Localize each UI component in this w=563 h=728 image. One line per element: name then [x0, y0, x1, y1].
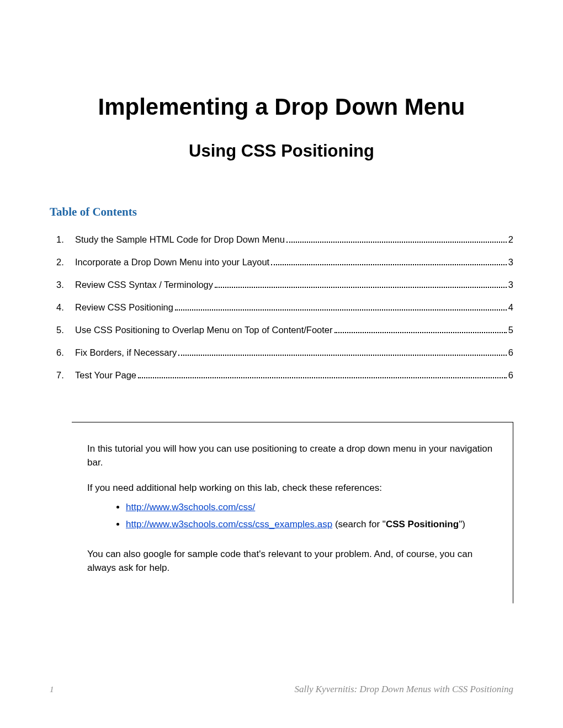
toc-leader — [334, 325, 507, 333]
toc-page: 3 — [508, 257, 513, 267]
footer-text: Sally Kyvernitis: Drop Down Menus with C… — [295, 684, 514, 695]
toc-leader — [175, 302, 507, 311]
toc-leader — [138, 370, 507, 378]
list-item: http://www.w3schools.com/css/css_example… — [126, 518, 497, 532]
toc-label: Incorporate a Drop Down Menu into your L… — [75, 257, 269, 267]
toc-label: Study the Sample HTML Code for Drop Down… — [75, 234, 285, 245]
page-number: 1 — [50, 685, 54, 694]
toc-number: 5. — [56, 325, 75, 335]
intro-paragraph: In this tutorial you will how you can us… — [87, 442, 497, 469]
toc-item[interactable]: 2. Incorporate a Drop Down Menu into you… — [50, 257, 513, 267]
bold-term: CSS Positioning — [386, 519, 459, 529]
toc-label: Review CSS Positioning — [75, 302, 173, 313]
reference-link[interactable]: http://www.w3schools.com/css/css_example… — [126, 519, 332, 529]
link-suffix: (search for " — [332, 519, 386, 529]
toc-leader — [271, 257, 507, 265]
toc-number: 2. — [56, 257, 75, 267]
toc-label: Test Your Page — [75, 370, 136, 381]
toc-item[interactable]: 6. Fix Borders, if Necessary 6 — [50, 347, 513, 358]
document-subtitle: Using CSS Positioning — [50, 141, 513, 161]
toc-label: Use CSS Positioning to Overlap Menu on T… — [75, 325, 333, 335]
link-suffix: ") — [459, 519, 465, 529]
toc-leader — [286, 234, 507, 243]
toc-item[interactable]: 4. Review CSS Positioning 4 — [50, 302, 513, 313]
toc-number: 3. — [56, 280, 75, 290]
toc-page: 3 — [508, 280, 513, 290]
toc-leader — [178, 347, 507, 356]
document-title: Implementing a Drop Down Menu — [50, 94, 513, 120]
toc-item[interactable]: 7. Test Your Page 6 — [50, 370, 513, 381]
toc-heading: Table of Contents — [50, 205, 513, 219]
outro-paragraph: You can also google for sample code that… — [87, 548, 497, 575]
toc-page: 6 — [508, 370, 513, 381]
info-box: In this tutorial you will how you can us… — [72, 422, 513, 603]
toc-leader — [215, 280, 507, 288]
table-of-contents: 1. Study the Sample HTML Code for Drop D… — [50, 234, 513, 381]
help-lead: If you need additional help working on t… — [87, 481, 497, 495]
toc-number: 1. — [56, 234, 75, 245]
toc-number: 7. — [56, 370, 75, 381]
toc-item[interactable]: 3. Review CSS Syntax / Terminology 3 — [50, 280, 513, 290]
reference-link[interactable]: http://www.w3schools.com/css/ — [126, 502, 255, 512]
toc-page: 4 — [508, 302, 513, 313]
toc-page: 5 — [508, 325, 513, 335]
toc-number: 6. — [56, 347, 75, 358]
toc-number: 4. — [56, 302, 75, 313]
toc-label: Review CSS Syntax / Terminology — [75, 280, 213, 290]
reference-list: http://www.w3schools.com/css/ http://www… — [87, 501, 497, 531]
list-item: http://www.w3schools.com/css/ — [126, 501, 497, 515]
page-footer: 1 Sally Kyvernitis: Drop Down Menus with… — [50, 684, 513, 695]
toc-page: 6 — [508, 347, 513, 358]
toc-item[interactable]: 5. Use CSS Positioning to Overlap Menu o… — [50, 325, 513, 335]
toc-page: 2 — [508, 234, 513, 245]
toc-label: Fix Borders, if Necessary — [75, 347, 177, 358]
toc-item[interactable]: 1. Study the Sample HTML Code for Drop D… — [50, 234, 513, 245]
